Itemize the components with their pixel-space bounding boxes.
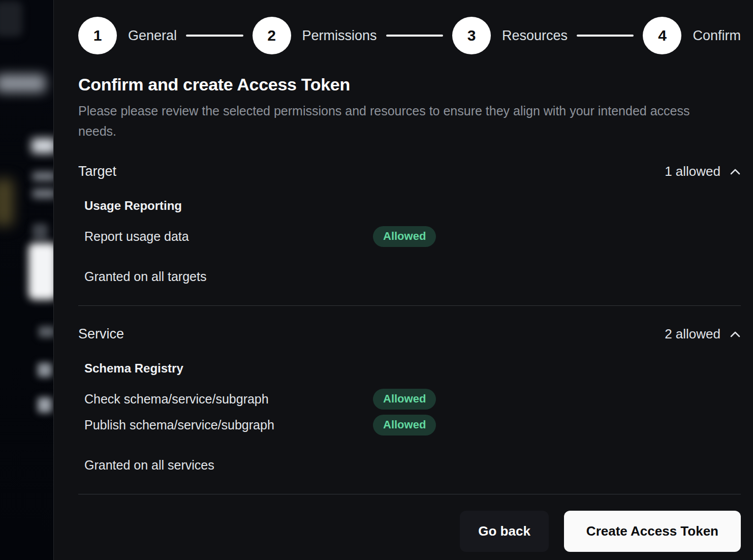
section-title: Service: [78, 326, 124, 342]
permission-label: Report usage data: [84, 229, 373, 244]
wizard-footer: Go back Create Access Token: [78, 511, 741, 552]
blurred-panel-shape: [28, 243, 54, 300]
blurred-nav-item-shape: [38, 363, 52, 377]
step-connector-line: [386, 35, 443, 37]
go-back-button[interactable]: Go back: [460, 511, 549, 552]
section-title: Target: [78, 164, 116, 179]
blurred-subtext-shape: [33, 172, 54, 181]
footer-divider: [78, 494, 741, 494]
permission-row: Check schema/service/subgraph Allowed: [84, 389, 741, 410]
step-number-badge: 1: [78, 17, 117, 54]
step-general[interactable]: 1 General: [78, 17, 177, 54]
section-header-target[interactable]: Target 1 allowed: [78, 164, 741, 179]
status-badge: Allowed: [373, 389, 436, 410]
step-number-badge: 4: [643, 17, 681, 54]
permission-row: Publish schema/service/subgraph Allowed: [84, 415, 741, 435]
chevron-up-icon[interactable]: [730, 331, 741, 338]
step-label: Resources: [502, 28, 568, 44]
wizard-stepper: 1 General 2 Permissions 3 Resources 4 Co…: [78, 17, 741, 54]
status-badge: Allowed: [373, 226, 436, 247]
blurred-card-shape: [0, 1, 22, 37]
blurred-text-band: [0, 74, 46, 92]
step-connector-line: [577, 35, 634, 37]
step-label: General: [128, 28, 177, 44]
status-badge: Allowed: [373, 415, 436, 435]
section-header-service[interactable]: Service 2 allowed: [78, 326, 741, 342]
step-label: Confirm: [693, 28, 741, 44]
permission-rows: Report usage data Allowed: [84, 226, 741, 247]
blurred-nav-item-shape: [39, 326, 54, 337]
blurred-background: [0, 0, 54, 560]
create-access-token-modal: 1 General 2 Permissions 3 Resources 4 Co…: [53, 0, 753, 560]
blurred-icon-shape: [33, 224, 48, 240]
step-resources[interactable]: 3 Resources: [452, 17, 568, 54]
blurred-accent-shape: [0, 179, 13, 226]
blurred-subtext-shape: [33, 189, 54, 198]
permission-label: Check schema/service/subgraph: [84, 392, 373, 407]
chevron-up-icon[interactable]: [730, 168, 741, 175]
page-title: Confirm and create Access Token: [78, 75, 741, 95]
permission-group-schema-registry: Schema Registry Check schema/service/sub…: [78, 361, 741, 435]
granted-note: Granted on all services: [78, 458, 741, 473]
step-number-badge: 3: [452, 17, 491, 54]
blurred-heading-shape: [32, 138, 54, 153]
granted-note: Granted on all targets: [78, 269, 741, 284]
permission-row: Report usage data Allowed: [84, 226, 741, 247]
group-name: Schema Registry: [84, 361, 741, 376]
step-confirm[interactable]: 4 Confirm: [643, 17, 741, 54]
section-divider: [78, 305, 741, 306]
blurred-nav-item-shape: [38, 397, 52, 413]
permission-rows: Check schema/service/subgraph Allowed Pu…: [84, 389, 741, 435]
step-permissions[interactable]: 2 Permissions: [253, 17, 377, 54]
section-summary: 2 allowed: [665, 326, 741, 342]
create-access-token-button[interactable]: Create Access Token: [564, 511, 741, 552]
permission-label: Publish schema/service/subgraph: [84, 418, 373, 432]
group-name: Usage Reporting: [84, 199, 741, 213]
step-connector-line: [186, 35, 243, 37]
step-number-badge: 2: [253, 17, 291, 54]
page-description: Please please review the selected permis…: [78, 101, 706, 141]
permission-group-usage-reporting: Usage Reporting Report usage data Allowe…: [78, 199, 741, 247]
allowed-count: 1 allowed: [665, 164, 720, 179]
allowed-count: 2 allowed: [665, 326, 720, 342]
step-label: Permissions: [302, 28, 377, 44]
section-summary: 1 allowed: [665, 164, 741, 179]
